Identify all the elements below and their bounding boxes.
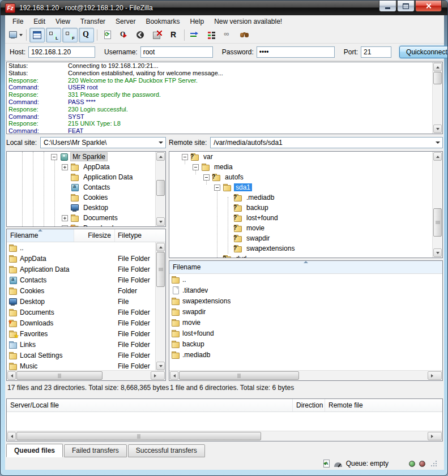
process-queue-button[interactable] [117, 28, 132, 42]
expand-icon[interactable] [62, 225, 68, 228]
tree-item[interactable]: var [169, 152, 442, 162]
file-row[interactable]: CookiesFolder [7, 285, 165, 296]
tree-item[interactable]: Mr Sparkle [7, 152, 165, 162]
message-log[interactable]: Status:Connecting to 192.168.1.20:21... … [6, 62, 443, 134]
file-row[interactable]: ContactsFile Folder [7, 275, 165, 285]
tree-item[interactable]: Desktop [7, 203, 165, 213]
menu-edit[interactable]: Edit [28, 16, 50, 27]
file-row[interactable]: .. [7, 242, 165, 253]
remote-site-combobox[interactable]: /var/media/autofs/sda1 [210, 137, 443, 148]
menu-view[interactable]: View [50, 16, 75, 27]
local-list-horizontal-scrollbar[interactable] [7, 370, 165, 380]
password-input[interactable] [257, 46, 335, 58]
collapse-icon[interactable] [51, 154, 57, 160]
local-site-combobox[interactable]: C:\Users\Mr Sparkle\ [40, 137, 166, 148]
scrollbar-thumb[interactable] [156, 252, 165, 287]
column-header-remote-file[interactable]: Remote file [325, 399, 442, 411]
file-row[interactable]: .mediadb [169, 349, 442, 360]
scrollbar-thumb[interactable] [433, 72, 442, 84]
file-row[interactable]: swapdir [169, 306, 442, 317]
toggle-local-tree-button[interactable] [46, 28, 61, 42]
column-header-filesize[interactable]: Filesize [74, 229, 115, 242]
scroll-left-button[interactable] [170, 371, 178, 380]
scroll-left-button[interactable] [7, 432, 16, 440]
toggle-message-log-button[interactable] [29, 28, 45, 42]
menu-help[interactable]: Help [185, 16, 209, 27]
transfer-type-icon[interactable] [322, 460, 330, 468]
cancel-operation-button[interactable] [133, 28, 148, 42]
file-row[interactable]: DocumentsFile Folder [7, 307, 165, 318]
scroll-down-button[interactable] [433, 125, 442, 133]
tree-item[interactable]: Downloads [7, 223, 165, 227]
tree-item[interactable]: Cookies [7, 192, 165, 203]
scroll-up-button[interactable] [156, 243, 165, 251]
directory-comparison-button[interactable] [204, 28, 219, 42]
scroll-right-button[interactable] [151, 371, 165, 380]
resize-grip[interactable] [430, 460, 437, 467]
tree-item[interactable]: .mediadb [169, 192, 442, 203]
quickconnect-button[interactable]: Quickconnect [399, 46, 448, 58]
expand-icon[interactable] [62, 164, 68, 170]
tree-item[interactable]: autofs [169, 172, 442, 182]
file-row[interactable]: DownloadsFile Folder [7, 318, 165, 328]
tree-item[interactable]: swapextensions [169, 243, 442, 254]
speed-limits-icon[interactable] [334, 462, 342, 467]
minimize-button[interactable] [379, 1, 396, 12]
scrollbar-thumb[interactable] [179, 371, 299, 380]
tree-item[interactable]: backup [169, 203, 442, 213]
tab-failed-transfers[interactable]: Failed transfers [64, 444, 127, 457]
collapse-icon[interactable] [203, 174, 210, 181]
tree-item[interactable]: sda1 [169, 182, 442, 192]
remote-directory-tree[interactable]: var media autofs sda1 .mediadb backup lo… [169, 151, 443, 258]
menu-bookmarks[interactable]: Bookmarks [140, 16, 185, 27]
transfer-queue[interactable]: Server/Local file Direction Remote file [6, 398, 443, 441]
file-search-button[interactable] [237, 28, 252, 42]
queue-horizontal-scrollbar[interactable] [7, 431, 442, 441]
column-header-direction[interactable]: Direction [293, 399, 325, 411]
synchronized-browsing-button[interactable] [187, 28, 203, 42]
scroll-left-button[interactable] [7, 371, 16, 380]
file-row[interactable]: Application DataFile Folder [7, 264, 165, 275]
file-row[interactable]: swapextensions [169, 295, 442, 306]
toggle-remote-tree-button[interactable] [62, 28, 78, 42]
file-row[interactable]: FavoritesFile Folder [7, 328, 165, 339]
tree-item[interactable]: AppData [7, 162, 165, 172]
tree-item[interactable]: lost+found [169, 213, 442, 223]
scroll-up-button[interactable] [433, 63, 442, 71]
file-row[interactable]: movie [169, 317, 442, 328]
tree-item[interactable]: Contacts [7, 182, 165, 192]
scroll-right-button[interactable] [428, 432, 442, 440]
tree-item[interactable]: Application Data [7, 172, 165, 182]
scroll-down-button[interactable] [156, 362, 165, 370]
file-row[interactable]: AppDataFile Folder [7, 253, 165, 264]
menu-new-version[interactable]: New version available! [209, 16, 287, 27]
scroll-right-button[interactable] [428, 371, 442, 380]
local-list-vertical-scrollbar[interactable] [155, 242, 165, 371]
tree-item[interactable]: dvd [169, 254, 442, 258]
reconnect-button[interactable] [166, 28, 181, 42]
collapse-icon[interactable] [214, 185, 220, 191]
file-row[interactable]: .titandev [169, 285, 442, 295]
tree-item[interactable]: movie [169, 223, 442, 233]
file-row[interactable]: .. [169, 274, 442, 285]
menu-file[interactable]: File [7, 16, 28, 27]
tree-item[interactable]: swapdir [169, 233, 442, 243]
filename-filters-button[interactable] [220, 28, 236, 42]
expand-icon[interactable] [62, 215, 68, 221]
tab-successful-transfers[interactable]: Successful transfers [128, 444, 205, 457]
file-row[interactable]: lost+found [169, 328, 442, 338]
file-row[interactable]: backup [169, 338, 442, 349]
refresh-button[interactable] [100, 28, 116, 42]
close-button[interactable] [415, 1, 442, 12]
column-header-filename[interactable]: Filename [7, 229, 74, 242]
remote-file-list[interactable]: Filename .. .titandev swapextensions swa… [169, 260, 443, 381]
scrollbar-thumb[interactable] [16, 371, 103, 380]
host-input[interactable] [28, 46, 95, 58]
column-header-server-local-file[interactable]: Server/Local file [7, 399, 293, 411]
scrollbar-thumb[interactable] [16, 432, 261, 440]
tree-item[interactable]: Documents [7, 213, 165, 223]
file-row[interactable]: DesktopFile [7, 296, 165, 307]
maximize-button[interactable] [397, 1, 415, 12]
collapse-icon[interactable] [193, 164, 199, 170]
menu-server[interactable]: Server [110, 16, 140, 27]
